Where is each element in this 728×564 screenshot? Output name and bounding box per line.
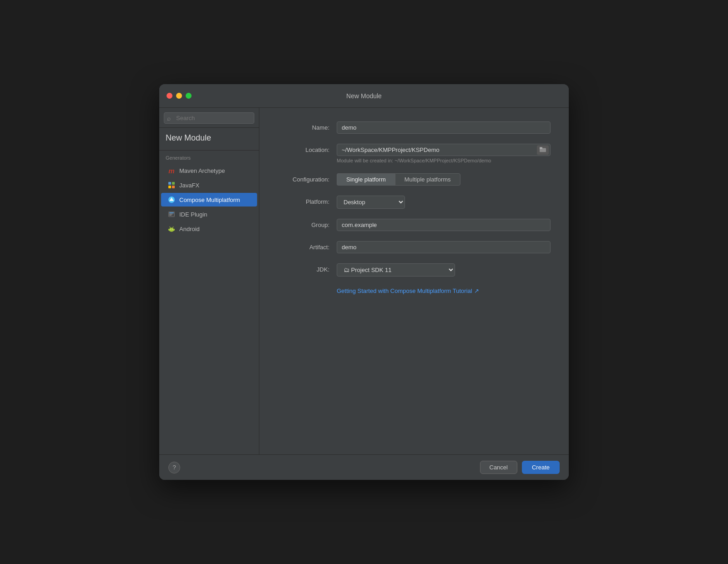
artifact-label: Artifact: bbox=[278, 241, 337, 251]
location-label: Location: bbox=[278, 144, 337, 153]
location-browse-button[interactable] bbox=[537, 145, 549, 155]
jdk-label: JDK: bbox=[278, 263, 337, 273]
group-input[interactable] bbox=[337, 219, 551, 231]
sidebar-item-label: JavaFX bbox=[179, 182, 199, 189]
platform-row: Platform: Desktop Android iOS Web bbox=[278, 196, 551, 209]
title-bar: New Module bbox=[159, 84, 569, 108]
javafx-icon bbox=[167, 181, 176, 189]
location-field: Module will be created in: ~/WorkSpace/K… bbox=[337, 144, 551, 163]
tutorial-link-text: Getting Started with Compose Multiplatfo… bbox=[337, 287, 472, 294]
footer-left: ? bbox=[168, 462, 180, 473]
name-field bbox=[337, 121, 551, 134]
location-hint: Module will be created in: ~/WorkSpace/K… bbox=[337, 158, 551, 163]
cancel-button[interactable]: Cancel bbox=[480, 461, 517, 474]
svg-rect-8 bbox=[169, 212, 174, 213]
svg-rect-3 bbox=[172, 186, 175, 188]
generators-label: Generators bbox=[159, 151, 259, 163]
sidebar-item-javafx[interactable]: JavaFX bbox=[161, 178, 257, 192]
svg-line-17 bbox=[173, 227, 174, 228]
group-label: Group: bbox=[278, 219, 337, 228]
dialog-body: New Module Generators m Maven Archetype bbox=[159, 108, 569, 454]
svg-rect-13 bbox=[169, 230, 174, 231]
maximize-button[interactable] bbox=[186, 93, 192, 99]
window-controls bbox=[167, 93, 192, 99]
sidebar-new-module-label: New Module bbox=[159, 128, 259, 151]
create-button[interactable]: Create bbox=[522, 461, 560, 474]
location-row: Location: Module will be created in: ~/W… bbox=[278, 144, 551, 163]
svg-rect-0 bbox=[168, 182, 171, 185]
configuration-toggle: Single platform Multiple platforms bbox=[337, 173, 551, 186]
compose-icon bbox=[167, 196, 176, 204]
ide-plugin-icon bbox=[167, 210, 176, 218]
svg-rect-19 bbox=[174, 229, 175, 231]
sidebar-item-android[interactable]: Android bbox=[161, 222, 257, 236]
sidebar-item-label: Android bbox=[179, 226, 200, 232]
dialog-title: New Module bbox=[346, 92, 382, 100]
platform-label: Platform: bbox=[278, 196, 337, 205]
svg-point-15 bbox=[172, 229, 172, 229]
artifact-input[interactable] bbox=[337, 241, 551, 253]
sidebar-search-input[interactable] bbox=[164, 112, 254, 124]
close-button[interactable] bbox=[167, 93, 172, 99]
new-module-dialog: New Module New Module Generators m Maven… bbox=[159, 84, 569, 480]
svg-rect-2 bbox=[168, 186, 171, 188]
platform-field: Desktop Android iOS Web bbox=[337, 196, 551, 209]
svg-rect-21 bbox=[540, 147, 542, 149]
jdk-select[interactable]: 🗂 Project SDK 11 JDK 17 JDK 21 bbox=[337, 263, 455, 277]
svg-rect-1 bbox=[172, 182, 175, 185]
svg-point-14 bbox=[170, 229, 171, 229]
sidebar-item-ide-plugin[interactable]: IDE Plugin bbox=[161, 207, 257, 221]
help-button[interactable]: ? bbox=[168, 462, 180, 473]
name-input[interactable] bbox=[337, 121, 551, 134]
configuration-label: Configuration: bbox=[278, 173, 337, 183]
svg-line-16 bbox=[170, 227, 171, 228]
dialog-footer: ? Cancel Create bbox=[159, 454, 569, 480]
sidebar-item-label: IDE Plugin bbox=[179, 211, 207, 218]
multiple-platforms-button[interactable]: Multiple platforms bbox=[395, 173, 460, 186]
name-row: Name: bbox=[278, 121, 551, 134]
platform-select[interactable]: Desktop Android iOS Web bbox=[337, 196, 405, 209]
configuration-row: Configuration: Single platform Multiple … bbox=[278, 173, 551, 186]
tutorial-link-row: Getting Started with Compose Multiplatfo… bbox=[278, 287, 551, 295]
sidebar-item-maven-archetype[interactable]: m Maven Archetype bbox=[161, 164, 257, 177]
minimize-button[interactable] bbox=[176, 93, 182, 99]
artifact-row: Artifact: bbox=[278, 241, 551, 253]
android-icon bbox=[167, 225, 176, 233]
group-row: Group: bbox=[278, 219, 551, 231]
sidebar-item-label: Maven Archetype bbox=[179, 167, 225, 174]
svg-rect-18 bbox=[168, 229, 169, 231]
configuration-field: Single platform Multiple platforms bbox=[337, 173, 551, 186]
sidebar-search-area bbox=[159, 108, 259, 128]
svg-rect-10 bbox=[169, 215, 172, 216]
tutorial-link[interactable]: Getting Started with Compose Multiplatfo… bbox=[337, 287, 479, 294]
sidebar-item-compose-multiplatform[interactable]: Compose Multiplatform bbox=[161, 193, 257, 206]
single-platform-button[interactable]: Single platform bbox=[337, 173, 395, 186]
main-content: Name: Location: bbox=[259, 108, 569, 454]
svg-rect-9 bbox=[169, 214, 172, 215]
group-field bbox=[337, 219, 551, 231]
jdk-field: 🗂 Project SDK 11 JDK 17 JDK 21 bbox=[337, 263, 551, 277]
location-wrapper bbox=[337, 144, 551, 156]
jdk-row: JDK: 🗂 Project SDK 11 JDK 17 JDK 21 bbox=[278, 263, 551, 277]
name-label: Name: bbox=[278, 121, 337, 131]
sidebar: New Module Generators m Maven Archetype bbox=[159, 108, 259, 454]
search-wrapper bbox=[164, 112, 254, 124]
tutorial-link-arrow: ↗ bbox=[474, 287, 479, 294]
sidebar-item-label: Compose Multiplatform bbox=[179, 196, 240, 203]
artifact-field bbox=[337, 241, 551, 253]
maven-icon: m bbox=[167, 166, 176, 175]
footer-right: Cancel Create bbox=[480, 461, 560, 474]
location-input[interactable] bbox=[337, 144, 551, 156]
